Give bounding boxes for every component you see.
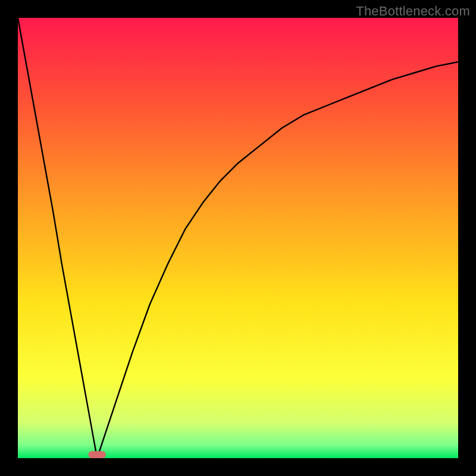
- chart-plot: [18, 18, 458, 458]
- watermark-text: TheBottleneck.com: [356, 4, 470, 19]
- chart-frame: TheBottleneck.com: [0, 0, 476, 476]
- min-marker: [88, 451, 106, 458]
- marker-pill: [88, 451, 106, 458]
- plot-background: [18, 18, 458, 458]
